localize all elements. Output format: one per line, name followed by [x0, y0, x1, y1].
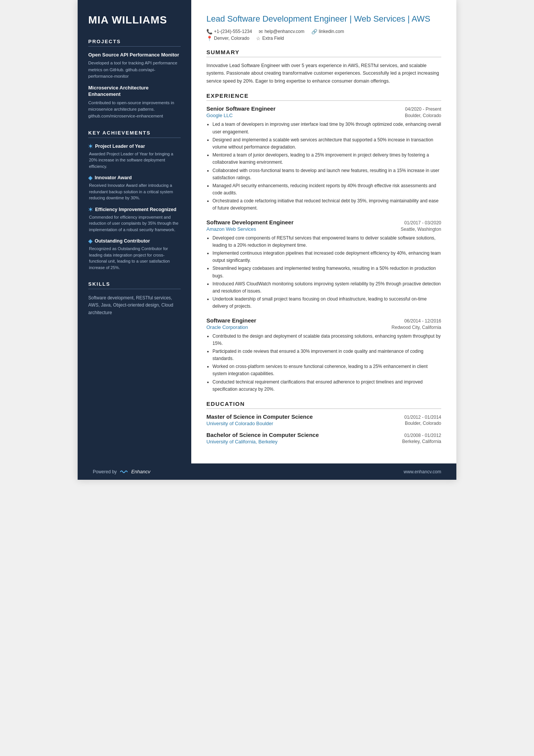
enhancv-logo-icon: [120, 469, 128, 474]
achievement-3-desc: Commended for efficiency improvement and…: [88, 214, 181, 233]
exp-2-company: Amazon Web Services: [206, 226, 256, 232]
edu-2-location: Berkeley, California: [402, 439, 441, 445]
exp-2-bullet-2: Implemented continuous integration pipel…: [212, 250, 441, 264]
project-1-title: Open Source API Performance Monitor: [88, 52, 181, 58]
main-header: Lead Software Development Engineer | Web…: [206, 14, 441, 41]
exp-2-company-row: Amazon Web Services Seattle, Washington: [206, 226, 441, 232]
exp-entry-1: Senior Software Engineer 04/2020 - Prese…: [206, 105, 441, 212]
exp-2-header: Software Development Engineer 01/2017 - …: [206, 219, 441, 225]
exp-1-bullet-3: Mentored a team of junior developers, le…: [212, 152, 441, 166]
edu-2-school: University of California, Berkeley: [206, 439, 278, 445]
location-icon: 📍: [206, 36, 212, 41]
achievement-1-title: ✶ Project Leader of Year: [88, 143, 181, 149]
education-title: EDUCATION: [206, 401, 441, 409]
contact-row-1: 📞 +1-(234)-555-1234 ✉ help@enhancv.com 🔗…: [206, 29, 441, 34]
exp-3-bullet-1: Contributed to the design and deployment…: [212, 333, 441, 347]
projects-section: PROJECTS Open Source API Performance Mon…: [88, 39, 181, 119]
exp-1-bullet-2: Designed and implemented a scalable web …: [212, 136, 441, 151]
exp-1-role: Senior Software Engineer: [206, 105, 276, 112]
main-content: Lead Software Development Engineer | Web…: [191, 0, 456, 463]
exp-3-bullet-3: Worked on cross-platform services to ens…: [212, 363, 441, 377]
resume-body: MIA WILLIAMS PROJECTS Open Source API Pe…: [78, 0, 456, 463]
exp-3-company: Oracle Corporation: [206, 324, 248, 330]
achievement-2: ◈ Innovator Award Received Innovator Awa…: [88, 175, 181, 201]
experience-title: EXPERIENCE: [206, 92, 441, 101]
achievement-4-title: ◈ Outstanding Contributor: [88, 238, 181, 244]
footer-left: Powered by Enhancv: [93, 469, 150, 474]
exp-2-bullet-1: Developed core components of RESTful ser…: [212, 235, 441, 249]
achievement-1-icon: ✶: [88, 143, 93, 149]
job-title: Lead Software Development Engineer | Web…: [206, 14, 441, 24]
achievement-4-desc: Recognized as Outstanding Contributor fo…: [88, 246, 181, 271]
edu-2-degree: Bachelor of Science in Computer Science: [206, 432, 319, 438]
exp-2-date: 01/2017 - 03/2020: [404, 220, 441, 225]
footer-website: www.enhancv.com: [404, 469, 441, 474]
edu-2-header: Bachelor of Science in Computer Science …: [206, 432, 441, 438]
resume-wrapper: MIA WILLIAMS PROJECTS Open Source API Pe…: [78, 0, 456, 480]
contact-row-2: 📍 Denver, Colorado ☆ Extra Field: [206, 36, 441, 41]
achievement-4: ◈ Outstanding Contributor Recognized as …: [88, 238, 181, 271]
exp-1-bullet-4: Collaborated with cross-functional teams…: [212, 167, 441, 182]
achievement-3: ✶ Efficiency Improvement Recognized Comm…: [88, 207, 181, 233]
project-2-desc: Contributed to open-source improvements …: [88, 100, 181, 119]
exp-3-bullet-2: Participated in code reviews that ensure…: [212, 348, 441, 362]
exp-3-bullet-4: Conducted technical requirement clarific…: [212, 379, 441, 393]
exp-1-location: Boulder, Colorado: [405, 113, 441, 118]
exp-entry-2: Software Development Engineer 01/2017 - …: [206, 219, 441, 310]
achievements-title: KEY ACHIEVEMENTS: [88, 130, 181, 138]
achievements-section: KEY ACHIEVEMENTS ✶ Project Leader of Yea…: [88, 130, 181, 271]
exp-entry-3: Software Engineer 06/2014 - 12/2016 Orac…: [206, 317, 441, 393]
edu-1-school: University of Colorado Boulder: [206, 421, 273, 426]
footer-powered-by: Powered by: [93, 469, 117, 474]
summary-title: SUMMARY: [206, 49, 441, 57]
contact-location: 📍 Denver, Colorado: [206, 36, 249, 41]
linkedin-icon: 🔗: [311, 29, 317, 34]
exp-3-header: Software Engineer 06/2014 - 12/2016: [206, 317, 441, 324]
edu-1-school-row: University of Colorado Boulder Boulder, …: [206, 421, 441, 426]
edu-entry-1: Master of Science in Computer Science 01…: [206, 413, 441, 426]
exp-1-company-row: Google LLC Boulder, Colorado: [206, 113, 441, 118]
exp-3-bullets: Contributed to the design and deployment…: [206, 333, 441, 393]
edu-1-location: Boulder, Colorado: [405, 421, 441, 426]
achievement-2-title: ◈ Innovator Award: [88, 175, 181, 181]
exp-1-header: Senior Software Engineer 04/2020 - Prese…: [206, 105, 441, 112]
exp-3-role: Software Engineer: [206, 317, 256, 324]
edu-1-date: 01/2012 - 01/2014: [404, 415, 441, 420]
footer: Powered by Enhancv www.enhancv.com: [78, 463, 456, 480]
project-2-title: Microservice Architecture Enhancement: [88, 85, 181, 98]
contact-linkedin[interactable]: 🔗 linkedin.com: [311, 29, 344, 34]
achievement-2-icon: ◈: [88, 175, 92, 181]
phone-icon: 📞: [206, 29, 212, 34]
achievement-2-desc: Received Innovator Award after introduci…: [88, 182, 181, 201]
contact-extra: ☆ Extra Field: [256, 36, 284, 41]
exp-1-bullet-6: Orchestrated a code refactoring initiati…: [212, 197, 441, 212]
project-1-desc: Developed a tool for tracking API perfor…: [88, 60, 181, 80]
exp-3-company-row: Oracle Corporation Redwood City, Califor…: [206, 324, 441, 330]
exp-2-bullets: Developed core components of RESTful ser…: [206, 235, 441, 310]
exp-3-date: 06/2014 - 12/2016: [404, 318, 441, 324]
skills-section: SKILLS Software development, RESTful ser…: [88, 281, 181, 316]
project-list: Open Source API Performance Monitor Deve…: [88, 52, 181, 119]
exp-3-location: Redwood City, California: [392, 325, 441, 330]
footer-brand: Enhancv: [131, 469, 150, 474]
achievement-1-desc: Awarded Project Leader of Year for bring…: [88, 151, 181, 170]
exp-1-company: Google LLC: [206, 113, 233, 118]
achievement-3-title: ✶ Efficiency Improvement Recognized: [88, 207, 181, 213]
edu-2-date: 01/2008 - 01/2012: [404, 433, 441, 438]
exp-2-bullet-4: Introduced AWS CloudWatch monitoring sol…: [212, 280, 441, 295]
sidebar: MIA WILLIAMS PROJECTS Open Source API Pe…: [78, 0, 191, 463]
exp-2-bullet-5: Undertook leadership of small project te…: [212, 296, 441, 310]
contact-phone: 📞 +1-(234)-555-1234: [206, 29, 252, 34]
achievement-3-icon: ✶: [88, 207, 93, 213]
edu-2-school-row: University of California, Berkeley Berke…: [206, 439, 441, 445]
exp-2-role: Software Development Engineer: [206, 219, 294, 225]
summary-text: Innovative Lead Software Engineer with o…: [206, 62, 441, 85]
achievement-1: ✶ Project Leader of Year Awarded Project…: [88, 143, 181, 170]
edu-1-degree: Master of Science in Computer Science: [206, 413, 313, 420]
star-icon: ☆: [256, 36, 261, 41]
exp-1-date: 04/2020 - Present: [405, 106, 441, 112]
exp-1-bullets: Led a team of developers in improving us…: [206, 121, 441, 212]
projects-title: PROJECTS: [88, 39, 181, 47]
achievement-4-icon: ◈: [88, 238, 92, 244]
exp-2-bullet-3: Streamlined legacy codebases and impleme…: [212, 265, 441, 279]
